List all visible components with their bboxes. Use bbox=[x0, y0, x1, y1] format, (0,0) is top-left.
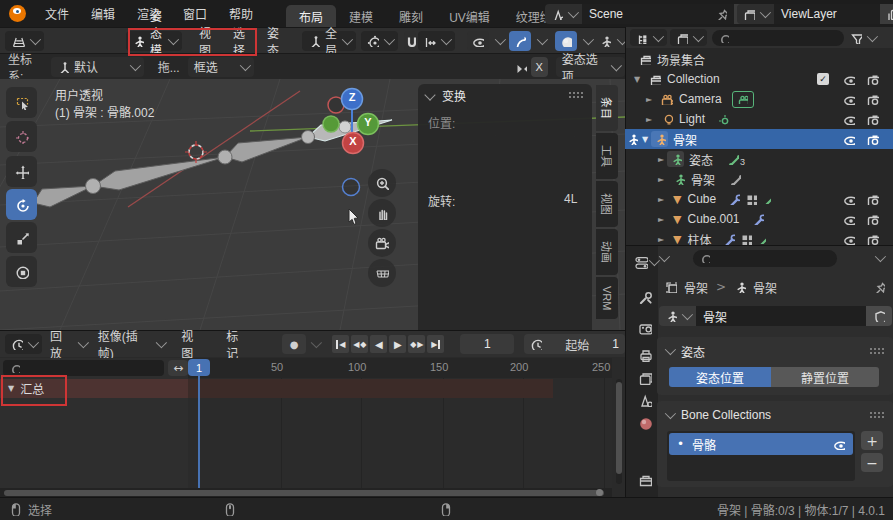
npanel-tab-tool[interactable]: 工具 bbox=[596, 133, 618, 179]
properties-search-input[interactable] bbox=[693, 250, 837, 267]
properties-tab-viewlayer[interactable] bbox=[632, 366, 658, 390]
expander-icon[interactable]: ► bbox=[655, 195, 667, 204]
tool-select-box[interactable] bbox=[6, 87, 37, 118]
properties-tab-world[interactable] bbox=[632, 411, 658, 435]
editor-type-dropdown[interactable] bbox=[5, 31, 44, 51]
hide-eye-icon[interactable] bbox=[843, 93, 855, 105]
prev-keyframe-button[interactable]: ◀◆ bbox=[351, 335, 368, 353]
mirror-x-icon-button[interactable] bbox=[512, 57, 531, 77]
shading-dropdown[interactable] bbox=[583, 33, 594, 44]
outliner-row-cube001[interactable]: ► ▼ Cube.001 bbox=[625, 209, 893, 229]
show-overlays-button[interactable] bbox=[509, 31, 531, 51]
transform-panel-header[interactable]: 变换 bbox=[418, 84, 592, 106]
properties-tab-render[interactable] bbox=[632, 316, 658, 340]
render-visibility-icon[interactable] bbox=[867, 193, 879, 205]
workspace-tab-modeling[interactable]: 建模 bbox=[336, 5, 386, 27]
pin-icon[interactable] bbox=[873, 281, 885, 293]
tool-transform[interactable] bbox=[6, 256, 37, 287]
outliner-row-cube[interactable]: ► ▼ Cube bbox=[625, 189, 893, 209]
mode-dropdown[interactable]: 姿态模式 bbox=[126, 31, 182, 51]
ortho-grid-button[interactable] bbox=[368, 259, 396, 287]
outliner-row-collection[interactable]: ▼ Collection ✓ bbox=[625, 69, 893, 89]
show-gizmo-button[interactable] bbox=[467, 31, 489, 51]
expander-icon[interactable]: ► bbox=[643, 115, 655, 124]
viewport-3d[interactable]: Z Y X 用户透视 (1) 骨架 : 骨骼.002 变换 位置: X0 m bbox=[0, 79, 625, 330]
render-visibility-icon[interactable] bbox=[867, 133, 879, 145]
gizmo-dropdown[interactable] bbox=[495, 33, 506, 44]
expander-icon[interactable]: ► bbox=[655, 235, 667, 244]
summary-channel[interactable]: ▼ 汇总 bbox=[0, 379, 188, 398]
outliner-display-mode-dropdown[interactable] bbox=[670, 29, 707, 46]
auto-key-button[interactable]: ● bbox=[282, 334, 305, 354]
pan-hand-button[interactable] bbox=[368, 199, 396, 227]
frame-start-field[interactable]: 起始 1 bbox=[524, 334, 625, 354]
auto-key-dropdown[interactable] bbox=[310, 337, 321, 348]
viewlayer-name-field[interactable]: ViewLayer bbox=[774, 4, 880, 24]
pose-options-dropdown[interactable]: 姿态选项 bbox=[556, 57, 625, 77]
keying-menu[interactable]: 抠像(插帧) bbox=[98, 327, 165, 361]
gizmo-x-handle[interactable]: X bbox=[347, 135, 359, 147]
solid-shading-button[interactable] bbox=[555, 31, 577, 51]
menu-file[interactable]: 文件 bbox=[34, 0, 80, 27]
expander-icon[interactable]: ► bbox=[655, 215, 667, 224]
rotation-mode-badge[interactable]: 4L bbox=[564, 192, 577, 206]
menu-window[interactable]: 窗口 bbox=[172, 0, 218, 27]
render-visibility-icon[interactable] bbox=[867, 93, 879, 105]
render-visibility-icon[interactable] bbox=[867, 233, 879, 245]
menu-pose[interactable]: 姿态 bbox=[256, 28, 290, 53]
include-checkbox[interactable]: ✓ bbox=[817, 73, 829, 85]
marker-menu[interactable]: 标记 bbox=[215, 331, 260, 357]
menu-view[interactable]: 视图 bbox=[188, 28, 222, 53]
hide-eye-icon[interactable] bbox=[843, 193, 855, 205]
tool-cursor[interactable] bbox=[6, 121, 37, 152]
transform-orientation-dropdown[interactable]: 全局 bbox=[302, 31, 356, 51]
scene-type-dropdown[interactable] bbox=[545, 4, 582, 24]
add-collection-button[interactable]: + bbox=[861, 431, 883, 450]
outliner-search-input[interactable] bbox=[712, 30, 844, 46]
timeline-hscrollbar[interactable] bbox=[0, 488, 612, 497]
pose-position-button[interactable]: 姿态位置 bbox=[669, 367, 771, 387]
outliner-filter-dropdown[interactable] bbox=[850, 32, 875, 44]
next-keyframe-button[interactable]: ◆▶ bbox=[408, 335, 425, 353]
render-visibility-icon[interactable] bbox=[867, 73, 879, 85]
rest-position-button[interactable]: 静置位置 bbox=[771, 367, 879, 387]
snap-toggle-button[interactable] bbox=[404, 31, 416, 51]
panel-drag-dots[interactable] bbox=[869, 347, 885, 355]
overlays-dropdown[interactable] bbox=[537, 33, 548, 44]
timeline-vscrollbar[interactable] bbox=[616, 379, 622, 484]
panel-drag-dots[interactable] bbox=[869, 411, 885, 419]
viewlayer-new-button[interactable] bbox=[880, 4, 893, 24]
render-visibility-icon[interactable] bbox=[867, 113, 879, 125]
play-button[interactable]: ▶ bbox=[389, 335, 406, 353]
tool-scale[interactable] bbox=[6, 222, 37, 253]
properties-nav-dropdown[interactable] bbox=[659, 251, 670, 262]
camera-view-button[interactable] bbox=[368, 229, 396, 257]
hide-eye-icon[interactable] bbox=[843, 213, 855, 225]
jump-to-end-button[interactable]: ▶ bbox=[427, 335, 444, 353]
playback-menu[interactable]: 回放 bbox=[50, 327, 86, 361]
hide-eye-icon[interactable] bbox=[843, 113, 855, 125]
timeline-tracks[interactable] bbox=[188, 378, 612, 488]
breadcrumb-data[interactable]: 骨架 bbox=[753, 279, 777, 296]
expand-channels-button[interactable]: ↔ bbox=[168, 360, 188, 376]
timeline-view-menu[interactable]: 视图 bbox=[170, 331, 215, 357]
pivot-point-dropdown[interactable] bbox=[361, 31, 398, 51]
render-visibility-icon[interactable] bbox=[867, 213, 879, 225]
outliner-row-armature-data[interactable]: ► 骨架 bbox=[625, 169, 893, 189]
outliner-row-scene-collection[interactable]: 场景集合 bbox=[625, 49, 893, 69]
outliner-editor-type-dropdown[interactable] bbox=[630, 29, 667, 46]
fake-user-button[interactable] bbox=[866, 306, 892, 326]
channel-search-input[interactable] bbox=[3, 360, 164, 376]
outliner-row-light[interactable]: ► Light bbox=[625, 109, 893, 129]
timeline-ruler[interactable]: 50 100 150 200 250 bbox=[188, 358, 612, 378]
hide-eye-icon[interactable] bbox=[843, 133, 855, 145]
scene-name-field[interactable]: Scene bbox=[582, 4, 734, 24]
bone-collection-item[interactable]: •骨骼 bbox=[669, 433, 853, 455]
properties-tab-output[interactable] bbox=[632, 343, 658, 367]
current-frame-field[interactable]: 1 bbox=[460, 334, 514, 354]
properties-tab-tool[interactable] bbox=[632, 285, 658, 309]
tool-rotate[interactable] bbox=[6, 189, 37, 220]
expander-icon[interactable]: ► bbox=[655, 155, 667, 164]
timeline-editor-type-dropdown[interactable] bbox=[5, 334, 42, 354]
gizmo-y-handle[interactable]: Y bbox=[362, 116, 374, 128]
